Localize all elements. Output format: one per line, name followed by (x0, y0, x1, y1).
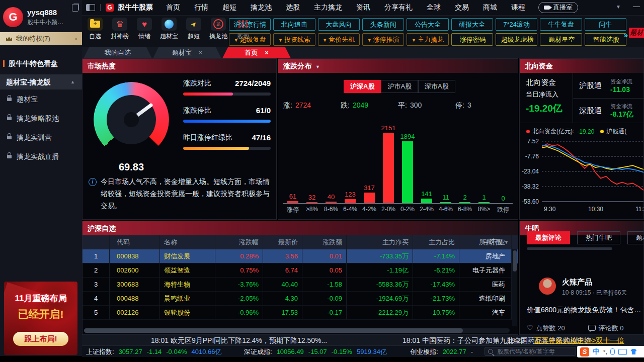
nav-item[interactable]: 课程 (511, 3, 525, 12)
shortcut-dragon-pool[interactable]: 龙 擒龙池 (208, 18, 228, 41)
like-button[interactable]: ♡点赞数 20 (527, 324, 565, 333)
quick-button[interactable]: 涨停密码 (451, 33, 493, 46)
promo-link[interactable]: 百万补贴大放送>>>双十一倍 (534, 336, 624, 345)
col-header[interactable]: 名称 (160, 235, 215, 249)
quick-button[interactable]: 超级龙虎榜 (496, 33, 537, 46)
quick-button[interactable]: 沪深京行情 (229, 18, 271, 31)
index-shenzhen[interactable]: 深证成指:10056.49-15.07-0.15%5919.34亿 (244, 347, 391, 356)
post-author[interactable]: 火辣产品 (562, 278, 592, 287)
nav-item[interactable]: 超短 (222, 3, 236, 12)
sidebar-toggle-icon[interactable] (86, 4, 95, 11)
col-header[interactable]: 最新价 (263, 235, 302, 249)
post-avatar[interactable] (539, 278, 556, 295)
table-row[interactable]: 4 000488 晨鸣纸业 -2.05% 4.30 -0.09 -1924.69… (83, 292, 518, 306)
caret-down-icon[interactable]: ▼ (315, 64, 320, 69)
sidebar-group-header[interactable]: 题材宝-擒龙版 ▲ (0, 74, 82, 89)
sogou-logo-icon[interactable]: S (580, 347, 589, 356)
market-tab[interactable]: 沪深A股 (344, 80, 381, 93)
quick-button[interactable]: 题材星空 (540, 33, 582, 46)
search-input[interactable] (496, 347, 564, 355)
theme-treasure-badge[interactable]: 题材宝 (629, 28, 644, 38)
table-row[interactable]: 3 300683 海特生物 -3.76% 40.40 -1.58 -5583.3… (83, 278, 518, 292)
nav-item[interactable]: 商城 (483, 3, 497, 12)
index-shanghai[interactable]: 上证指数:3057.27-1.14-0.04%4010.66亿 (86, 347, 226, 356)
quick-button[interactable]: 公告大全 (407, 18, 448, 31)
quick-button[interactable]: 牛牛复盘 (540, 18, 582, 31)
quick-button[interactable]: 智能选股 (585, 33, 626, 46)
quick-button[interactable]: 7*24滚动 (496, 18, 537, 31)
col-header[interactable]: 涨跌额 (302, 235, 347, 249)
shortcut-watchlist[interactable]: 自选 (85, 18, 105, 41)
sidebar-item[interactable]: 擒龙实训营 (0, 128, 82, 147)
shortcut-sentiment[interactable]: ♥ 情绪 (134, 18, 154, 41)
table-row[interactable]: 2 002600 领益智造 0.75% 6.74 0.05 -1.19亿 -6.… (83, 263, 518, 278)
quick-button[interactable]: 北向追击 (273, 18, 315, 31)
col-header[interactable]: 主力占比 (413, 235, 459, 249)
col-header[interactable]: 涨跌幅 (215, 235, 263, 249)
live-room-button[interactable]: 直播室 (538, 2, 578, 13)
index-chinext[interactable]: 创业板指:2022.77- (410, 347, 477, 356)
privilege-button[interactable]: 我的特权(7) › (0, 32, 82, 45)
tab-theme-treasure[interactable]: 题材宝× (153, 47, 221, 58)
niuba-tab[interactable]: 热门牛吧 (577, 231, 620, 244)
market-tab[interactable]: 沪市A股 (381, 80, 418, 93)
quick-button[interactable]: ▼涨停推演 (362, 33, 404, 46)
nav-item[interactable]: 分享有礼 (384, 3, 413, 12)
sidebar-item[interactable]: 题材宝 (0, 89, 82, 109)
scrollbar-thumb[interactable] (513, 250, 517, 272)
tab-home[interactable]: 首页× (222, 47, 291, 58)
col-header[interactable]: 主力净买 (347, 235, 413, 249)
ticker-item[interactable]: 18:01 欧元区9月PPI同比下降12.4%，预期下降12.50%... (151, 336, 327, 345)
ad-banner[interactable]: 11月重磅布局 已经开启! 跟上布局! (4, 282, 77, 355)
stock-search-box[interactable] (485, 347, 576, 356)
nav-item[interactable]: 首页 (166, 3, 180, 12)
distribution-header[interactable]: 涨跌分布▼ (278, 59, 518, 73)
sidebar-item[interactable]: 擒龙策略股池 (0, 109, 82, 128)
minimize-icon[interactable]: — (633, 2, 640, 10)
post-content[interactable]: 价值6800元的擒龙版免费领！包含… (527, 306, 643, 315)
vertical-scrollbar[interactable] (512, 249, 517, 326)
shortcut-theme-treasure[interactable]: 题材宝 (159, 18, 179, 41)
nav-item[interactable]: 擒龙池 (251, 3, 272, 12)
scrollbar-thumb[interactable] (84, 328, 463, 333)
keyboard-icon[interactable] (618, 349, 627, 355)
nav-item[interactable]: 选股 (286, 3, 300, 12)
dropdown-caret-icon[interactable]: ▼ (616, 4, 621, 10)
sidebar-item[interactable]: 擒龙实战直播 (0, 147, 82, 166)
shortcut-leaderboard[interactable]: ♛ 封神榜 (110, 18, 130, 41)
avatar[interactable]: G (3, 7, 23, 27)
nav-item[interactable]: 主力擒龙 (314, 3, 342, 12)
niuba-tab[interactable]: 最新评论 (527, 231, 570, 244)
user-card[interactable]: G yysq888 股牛牛小颜… (3, 4, 79, 30)
quick-button[interactable]: 大盘风向 (318, 18, 360, 31)
quick-button[interactable]: ▼投资线索 (273, 33, 315, 46)
ad-button[interactable]: 跟上布局! (13, 332, 68, 346)
nav-item[interactable]: 交易 (455, 3, 469, 12)
quick-button[interactable]: ▼主力擒龙 (407, 33, 448, 46)
quick-button[interactable]: ▼竞价先机 (318, 33, 360, 46)
quick-button[interactable]: 研报大全 (451, 18, 493, 31)
comment-button[interactable]: 评论数 0 (588, 324, 624, 333)
skin-icon[interactable] (630, 349, 636, 354)
quick-button[interactable]: 头条新闻 (362, 18, 404, 31)
close-icon[interactable]: × (199, 49, 202, 56)
tab-my-watchlist[interactable]: 我的自选 (84, 47, 152, 58)
quick-button[interactable]: 问牛 (585, 18, 626, 31)
expand-arrows-icon[interactable]: » (624, 31, 628, 39)
shortcut-ultra-short[interactable]: ➤ 超短 (184, 18, 204, 41)
punctuation-icon[interactable]: °, (603, 349, 607, 355)
horizontal-scrollbar[interactable] (84, 328, 510, 333)
market-tab[interactable]: 深市A股 (418, 80, 455, 93)
watchlist-selector[interactable]: 自选股▼ (482, 237, 509, 246)
microphone-icon[interactable] (610, 348, 615, 355)
tabs-scroll-indicator[interactable] (527, 247, 612, 250)
language-icon[interactable]: 中 (593, 347, 600, 356)
nav-item[interactable]: 资讯 (356, 3, 370, 12)
niuba-tab[interactable]: 题材吧 (627, 231, 643, 244)
close-icon[interactable]: × (265, 49, 268, 56)
table-row[interactable]: 1 000838 财信发展 0.28% 3.56 0.01 -733.35万 -… (83, 249, 518, 263)
copy-icon[interactable] (72, 4, 78, 12)
col-header[interactable]: 代码 (110, 235, 160, 249)
table-row[interactable]: 5 002126 银轮股份 -0.96% 17.53 -0.17 -2212.2… (83, 306, 518, 320)
nav-item[interactable]: 行情 (194, 3, 208, 12)
